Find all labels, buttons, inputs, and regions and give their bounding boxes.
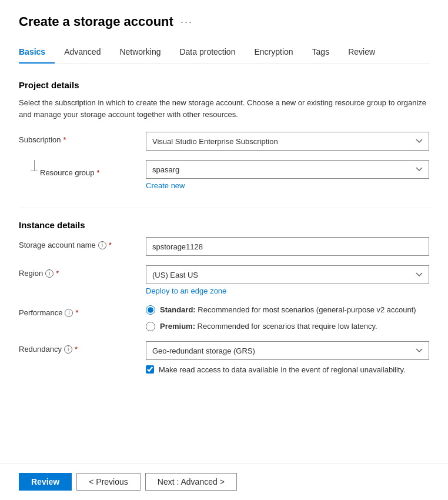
performance-required: * — [75, 308, 78, 317]
create-new-link[interactable]: Create new — [146, 181, 185, 190]
tab-data-protection[interactable]: Data protection — [170, 41, 245, 64]
subscription-label: Subscription * — [19, 132, 136, 144]
region-control: (US) East US Deploy to an edge zone — [146, 265, 429, 295]
performance-premium-option[interactable]: Premium: Recommended for scenarios that … — [146, 321, 429, 332]
region-select[interactable]: (US) East US — [146, 265, 429, 284]
project-details-section: Project details Select the subscription … — [19, 80, 429, 190]
read-access-checkbox[interactable] — [146, 365, 154, 374]
performance-row: Performance i * Standard: Recommended fo… — [19, 305, 429, 332]
subscription-control: Visual Studio Enterprise Subscription — [146, 132, 429, 151]
section-divider — [19, 208, 429, 208]
performance-radio-group: Standard: Recommended for most scenarios… — [146, 305, 429, 332]
performance-standard-radio[interactable] — [146, 305, 155, 315]
project-details-description: Select the subscription in which to crea… — [19, 97, 429, 120]
deploy-edge-zone-link[interactable]: Deploy to an edge zone — [146, 286, 226, 295]
resource-group-label: Resource group * — [38, 160, 100, 177]
region-required: * — [56, 269, 59, 278]
subscription-required: * — [63, 135, 66, 144]
region-label: Region i * — [19, 265, 136, 278]
previous-button[interactable]: < Previous — [76, 473, 141, 491]
subscription-row: Subscription * Visual Studio Enterprise … — [19, 132, 429, 151]
resource-group-control: spasarg Create new — [146, 160, 429, 190]
subscription-select[interactable]: Visual Studio Enterprise Subscription — [146, 132, 429, 151]
region-info-icon[interactable]: i — [45, 269, 54, 278]
indent-vertical-line — [34, 160, 35, 171]
performance-label: Performance i * — [19, 305, 136, 317]
tabs-nav: Basics Advanced Networking Data protecti… — [19, 41, 429, 64]
tab-review[interactable]: Review — [339, 41, 385, 64]
performance-standard-label: Standard: Recommended for most scenarios… — [160, 305, 416, 315]
storage-name-label: Storage account name i * — [19, 237, 136, 249]
tab-tags[interactable]: Tags — [303, 41, 339, 64]
redundancy-required: * — [75, 345, 78, 354]
redundancy-select[interactable]: Geo-redundant storage (GRS) — [146, 341, 429, 360]
review-button[interactable]: Review — [19, 473, 72, 491]
redundancy-label: Redundancy i * — [19, 341, 136, 354]
footer: Review < Previous Next : Advanced > — [0, 463, 448, 500]
performance-standard-option[interactable]: Standard: Recommended for most scenarios… — [146, 305, 429, 315]
tab-advanced[interactable]: Advanced — [55, 41, 110, 64]
resource-group-row: Resource group * spasarg Create new — [19, 160, 429, 190]
storage-name-control — [146, 237, 429, 256]
indent-horizontal-line — [31, 171, 38, 171]
resource-group-required: * — [97, 168, 100, 177]
read-access-label: Make read access to data available in th… — [159, 365, 406, 375]
redundancy-info-icon[interactable]: i — [64, 345, 72, 354]
tab-basics[interactable]: Basics — [19, 41, 55, 64]
redundancy-checkbox-row: Make read access to data available in th… — [146, 365, 429, 375]
performance-control: Standard: Recommended for most scenarios… — [146, 305, 429, 332]
storage-name-row: Storage account name i * — [19, 237, 429, 256]
redundancy-row: Redundancy i * Geo-redundant storage (GR… — [19, 341, 429, 375]
more-options-icon[interactable]: ··· — [180, 16, 193, 28]
page-title: Create a storage account — [19, 14, 173, 29]
resource-group-select[interactable]: spasarg — [146, 160, 429, 179]
tab-encryption[interactable]: Encryption — [245, 41, 302, 64]
next-button[interactable]: Next : Advanced > — [145, 473, 237, 491]
performance-info-icon[interactable]: i — [65, 309, 73, 317]
instance-details-title: Instance details — [19, 220, 429, 230]
redundancy-control: Geo-redundant storage (GRS) Make read ac… — [146, 341, 429, 375]
performance-premium-label: Premium: Recommended for scenarios that … — [160, 321, 377, 332]
performance-premium-radio[interactable] — [146, 322, 155, 331]
storage-name-info-icon[interactable]: i — [98, 241, 106, 249]
instance-details-section: Instance details Storage account name i … — [19, 220, 429, 376]
project-details-title: Project details — [19, 80, 429, 90]
storage-name-input[interactable] — [146, 237, 429, 256]
storage-name-required: * — [109, 241, 112, 249]
region-row: Region i * (US) East US Deploy to an edg… — [19, 265, 429, 295]
tab-networking[interactable]: Networking — [110, 41, 170, 64]
